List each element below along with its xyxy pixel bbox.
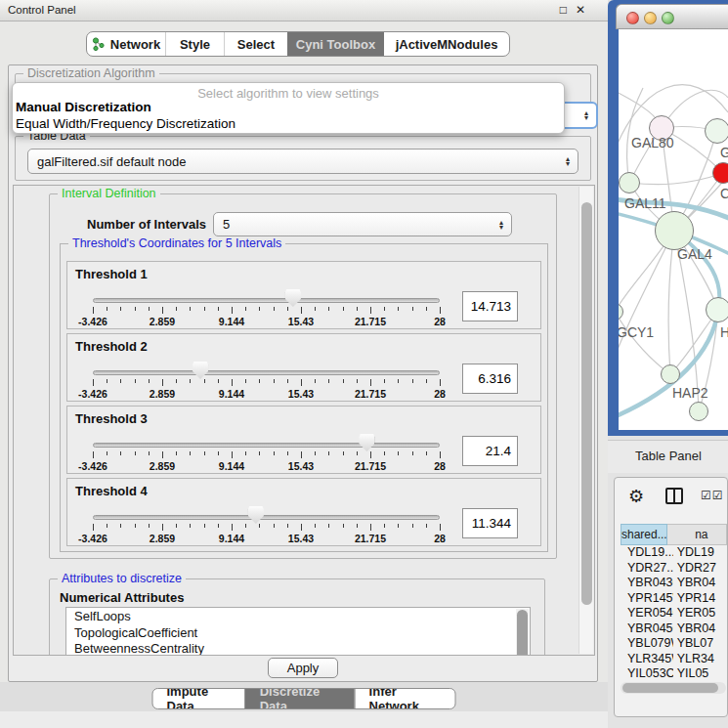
scrollbar-thumb[interactable] <box>581 202 592 605</box>
network-icon <box>92 37 106 52</box>
slider-track[interactable] <box>93 298 440 303</box>
slider-track[interactable] <box>93 515 440 520</box>
cell-shared-name: YDR27... <box>621 561 673 577</box>
tab-label: Style <box>180 37 210 52</box>
dropdown-option-equal-width-frequency[interactable]: Equal Width/Frequency Discretization <box>13 115 564 132</box>
slider-thumb[interactable] <box>248 506 264 524</box>
node-label-gal11: GAL11 <box>624 195 666 211</box>
float-panel-icon[interactable]: □ <box>560 3 576 17</box>
cell-shared-name: YBL079W <box>621 636 673 652</box>
dropdown-option-manual-discretization[interactable]: Manual Discretization <box>13 99 564 115</box>
list-item-topologicalcoefficient[interactable]: TopologicalCoefficient <box>66 624 530 641</box>
scrollbar-thumb[interactable] <box>622 683 718 693</box>
slider-thumb[interactable] <box>359 434 374 451</box>
slider-track[interactable] <box>93 443 440 448</box>
threshold-value-field[interactable]: 11.344 <box>462 508 518 538</box>
network-node[interactable] <box>705 118 728 144</box>
cell-name: YBR04 <box>673 576 727 591</box>
table-panel: ⚙ ☑☑ shared... na YDL19...YDL19YDR27...Y… <box>614 477 728 717</box>
algorithm-dropdown-popup: Select algorithm to view settings Manual… <box>12 82 565 134</box>
attributes-group: Attributes to discretize Numerical Attri… <box>49 578 545 656</box>
tab-label: Select <box>237 37 275 52</box>
column-checkboxes-icon[interactable]: ☑☑ <box>701 489 724 502</box>
threshold-value-field[interactable]: 21.4 <box>462 436 518 466</box>
interval-definition-title: Interval Definition <box>58 187 160 200</box>
minimize-window-icon[interactable] <box>644 12 657 24</box>
split-columns-icon[interactable] <box>665 488 683 504</box>
apply-button[interactable]: Apply <box>268 658 338 678</box>
table-row[interactable]: YDL19...YDL19 <box>621 545 727 561</box>
dropdown-hint[interactable]: Select algorithm to view settings <box>13 83 564 99</box>
gear-icon[interactable]: ⚙ <box>628 486 644 507</box>
bottom-strip2 <box>0 711 608 728</box>
network-window-titlebar[interactable] <box>616 4 728 29</box>
slider-ticks <box>93 451 441 460</box>
table-row[interactable]: YBL079WYBL07 <box>621 636 727 652</box>
tab-impute-data[interactable]: Impute Data <box>153 689 245 708</box>
cell-name: YIL05 <box>673 666 727 682</box>
numerical-attributes-list[interactable]: SelfLoopsTopologicalCoefficientBetweenne… <box>65 607 531 656</box>
list-item-betweennesscentrality[interactable]: BetweennessCentrality <box>66 640 530 656</box>
slider-track[interactable] <box>93 370 440 375</box>
table-row[interactable]: YER054CYER05 <box>621 606 727 621</box>
tab-select[interactable]: Select <box>224 32 287 56</box>
network-node[interactable] <box>712 162 728 184</box>
threshold-value-field[interactable]: 14.713 <box>462 291 518 321</box>
slider-thumb[interactable] <box>193 362 208 379</box>
slider-tick-labels: -3.4262.8599.14415.4321.71528 <box>93 460 441 472</box>
node-attribute-table[interactable]: shared... na YDL19...YDL19YDR27...YDR27Y… <box>621 524 727 682</box>
table-row[interactable]: YLR345WYLR34 <box>621 652 727 667</box>
table-header-row: shared... na <box>621 524 727 545</box>
spinner-icon: ▴▾ <box>584 110 588 120</box>
network-canvas[interactable]: GAL80GACGAL11GAL4GCY1HHAP2 <box>619 29 728 430</box>
cell-name: YDR27 <box>673 561 727 577</box>
cyni-toolbox-panel: Discretization Algorithm ▴▾ Table Data g… <box>8 64 598 682</box>
cell-name: YBR04 <box>673 621 727 637</box>
slider-thumb[interactable] <box>285 289 301 307</box>
tab-cyni-toolbox[interactable]: Cyni Toolbox <box>287 32 383 56</box>
scrollbar-thumb[interactable] <box>517 610 528 656</box>
table-data-combo[interactable]: galFiltered.sif default node ▴▾ <box>27 149 578 174</box>
network-node[interactable] <box>661 364 680 384</box>
cell-name: YLR34 <box>673 652 727 667</box>
threshold-value-field[interactable]: 6.316 <box>462 364 518 394</box>
table-row[interactable]: YBR045CYBR04 <box>621 621 727 637</box>
table-row[interactable]: YDR27...YDR27 <box>621 561 727 577</box>
tab-discretize-data[interactable]: Discretize Data <box>245 689 355 708</box>
control-panel: Control Panel □✕ NetworkStyleSelectCyni … <box>0 0 608 728</box>
tab-style[interactable]: Style <box>165 32 224 56</box>
column-header-name[interactable]: na <box>667 524 727 545</box>
node-label-gal80: GAL80 <box>631 135 674 150</box>
node-label-gcy1: GCY1 <box>619 324 654 340</box>
threshold-label: Threshold 2 <box>75 339 148 354</box>
column-header-shared-name[interactable]: shared... <box>621 524 667 545</box>
table-horizontal-scrollbar[interactable] <box>621 682 726 694</box>
zoom-window-icon[interactable] <box>662 12 674 24</box>
cell-name: YBL07 <box>673 636 727 652</box>
cell-shared-name: YIL053C <box>621 666 673 682</box>
tab-network[interactable]: Network <box>87 32 165 56</box>
threshold-label: Threshold 1 <box>75 267 148 281</box>
table-data-selected: galFiltered.sif default node <box>37 154 186 169</box>
network-node[interactable] <box>706 297 728 322</box>
close-panel-icon[interactable]: ✕ <box>576 3 594 17</box>
close-window-icon[interactable] <box>626 12 639 24</box>
number-of-intervals-combo[interactable]: 5 ▴▾ <box>213 212 512 236</box>
numerical-attributes-heading: Numerical Attributes <box>60 590 184 605</box>
network-node[interactable] <box>619 172 640 193</box>
panel-vertical-scrollbar[interactable] <box>578 187 593 654</box>
table-row[interactable]: YIL053CYIL05 <box>621 666 727 682</box>
network-node[interactable] <box>655 211 694 250</box>
table-panel-toolbar: ⚙ ☑☑ <box>615 478 727 517</box>
network-node[interactable] <box>689 402 708 421</box>
tab-label: Impute Data <box>167 688 232 709</box>
table-row[interactable]: YPR145WYPR14 <box>621 591 727 607</box>
attributes-list-scrollbar[interactable] <box>516 609 529 656</box>
table-data-group: Table Data galFiltered.sif default node … <box>15 136 591 181</box>
tab-infer-network[interactable]: Infer Network <box>355 689 455 708</box>
list-item-selfloops[interactable]: SelfLoops <box>66 608 530 624</box>
table-row[interactable]: YBR043CYBR04 <box>621 576 727 591</box>
cell-name: YDL19 <box>673 545 727 561</box>
slider-tick-labels: -3.4262.8599.14415.4321.71528 <box>93 316 441 327</box>
tab-jactivemnodules[interactable]: jActiveMNodules <box>383 32 509 56</box>
